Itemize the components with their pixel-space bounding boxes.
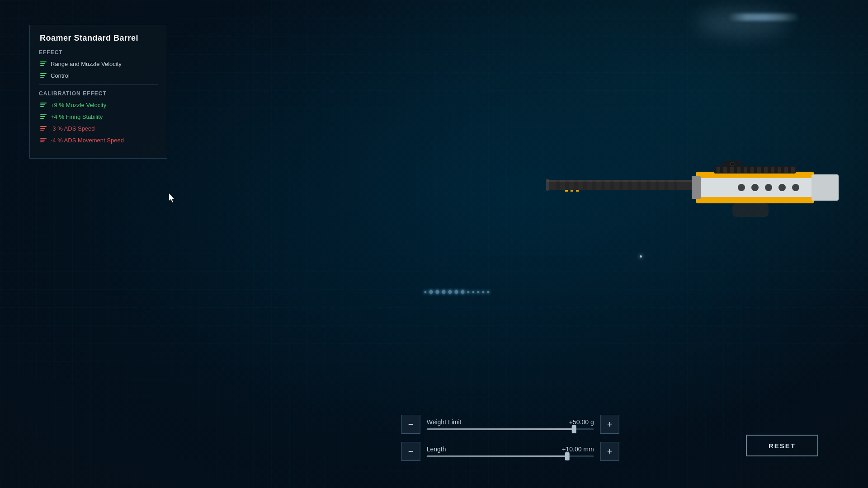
deco-dot-bottom-right <box>640 255 642 258</box>
svg-rect-35 <box>757 167 761 173</box>
glow-dot-9 <box>472 291 474 293</box>
svg-rect-34 <box>750 167 754 173</box>
glow-dot-5 <box>448 290 452 294</box>
glow-dot-7 <box>461 290 464 294</box>
svg-rect-37 <box>771 167 774 173</box>
length-slider-track[interactable] <box>427 455 594 457</box>
weight-minus-button[interactable]: − <box>401 415 420 434</box>
cal-text-firing-stab: +4 % Firing Stability <box>51 113 103 120</box>
cal-item-ads-move: -4 % ADS Movement Speed <box>39 136 158 144</box>
svg-rect-29 <box>717 167 720 173</box>
svg-rect-36 <box>764 167 768 173</box>
cal-icon-red-1 <box>40 125 47 132</box>
cal-item-firing-stab: +4 % Firing Stability <box>39 113 158 120</box>
weight-slider-header: Weight Limit +50.00 g <box>427 418 594 426</box>
weight-slider-container: Weight Limit +50.00 g <box>427 418 594 430</box>
svg-rect-42 <box>732 203 769 217</box>
svg-point-26 <box>778 184 786 191</box>
effect-text-control: Control <box>51 72 70 79</box>
glow-dot-10 <box>477 291 479 293</box>
effect-icon-green-1 <box>40 60 47 67</box>
length-slider-row: − Length +10.00 mm + <box>401 442 619 461</box>
weight-slider-track[interactable] <box>427 428 594 430</box>
glow-dots-row <box>424 290 489 294</box>
glow-dot-3 <box>435 290 439 294</box>
cal-text-ads-move: -4 % ADS Movement Speed <box>51 137 124 144</box>
effect-item-range-muzzle: Range and Muzzle Velocity <box>39 60 158 67</box>
svg-rect-33 <box>744 167 747 173</box>
glow-dot-1 <box>424 291 426 293</box>
weight-plus-button[interactable]: + <box>600 415 619 434</box>
svg-point-24 <box>751 184 759 191</box>
svg-rect-16 <box>547 180 701 182</box>
cal-text-ads-speed: -3 % ADS Speed <box>51 125 95 132</box>
svg-rect-17 <box>565 190 568 192</box>
svg-rect-18 <box>571 190 573 192</box>
cal-icon-green-2 <box>40 113 47 120</box>
svg-rect-32 <box>737 167 741 173</box>
divider-1 <box>39 84 158 85</box>
glow-light-top-right <box>696 9 787 36</box>
glow-dot-11 <box>482 291 484 293</box>
length-slider-header: Length +10.00 mm <box>427 446 594 453</box>
effect-section-label: Effect <box>39 49 158 56</box>
glow-dot-4 <box>442 290 445 294</box>
effect-item-control: Control <box>39 72 158 79</box>
svg-rect-43 <box>692 176 701 199</box>
glow-dot-6 <box>454 290 458 294</box>
glow-dot-8 <box>467 291 469 293</box>
glow-dot-12 <box>487 291 489 293</box>
svg-rect-41 <box>811 174 839 201</box>
svg-rect-30 <box>723 167 727 173</box>
length-plus-button[interactable]: + <box>600 442 619 461</box>
calibration-section-label: Calibration Effect <box>39 90 158 97</box>
panel-title: Roamer Standard Barrel <box>39 33 158 43</box>
svg-point-27 <box>792 184 799 191</box>
gun-svg <box>542 131 868 221</box>
svg-point-46 <box>731 163 734 165</box>
cal-icon-green-1 <box>40 101 47 108</box>
effect-text-range-muzzle: Range and Muzzle Velocity <box>51 61 122 67</box>
gun-display-area <box>542 131 868 221</box>
length-slider-container: Length +10.00 mm <box>427 446 594 457</box>
svg-rect-40 <box>791 167 795 173</box>
weight-slider-thumb[interactable] <box>571 425 576 433</box>
svg-rect-31 <box>730 167 734 173</box>
length-slider-thumb[interactable] <box>565 452 569 460</box>
svg-rect-39 <box>784 167 788 173</box>
svg-rect-38 <box>778 167 781 173</box>
length-label: Length <box>427 446 446 453</box>
reset-button[interactable]: RESET <box>746 435 818 456</box>
glow-dot-2 <box>429 290 433 294</box>
svg-rect-22 <box>696 197 814 203</box>
effect-icon-green-2 <box>40 72 47 79</box>
info-panel: Roamer Standard Barrel Effect Range and … <box>29 25 167 159</box>
weight-value: +50.00 g <box>569 418 594 426</box>
svg-point-25 <box>765 184 772 191</box>
cal-text-muzzle-vel: +9 % Muzzle Velocity <box>51 102 106 108</box>
weight-slider-fill <box>427 428 574 430</box>
cal-icon-red-2 <box>40 136 47 144</box>
bottom-controls: − Weight Limit +50.00 g + − Length +10.0… <box>401 415 619 461</box>
svg-rect-19 <box>576 190 579 192</box>
svg-point-23 <box>738 184 745 191</box>
cal-item-muzzle-vel: +9 % Muzzle Velocity <box>39 101 158 108</box>
weight-slider-row: − Weight Limit +50.00 g + <box>401 415 619 434</box>
length-value: +10.00 mm <box>562 446 594 453</box>
cal-item-ads-speed: -3 % ADS Speed <box>39 125 158 132</box>
length-slider-fill <box>427 455 567 457</box>
length-minus-button[interactable]: − <box>401 442 420 461</box>
weight-label: Weight Limit <box>427 418 462 426</box>
